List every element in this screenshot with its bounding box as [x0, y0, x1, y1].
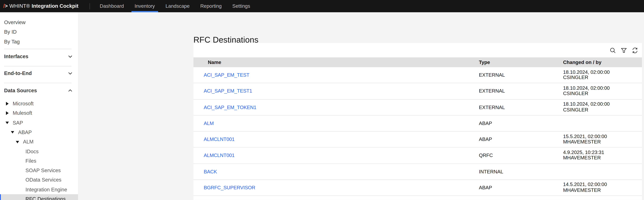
- destination-link[interactable]: ALMCLNT001: [204, 136, 234, 142]
- top-bar: />WHINT®Integration Cockpit Dashboard In…: [0, 0, 644, 12]
- type-cell: QRFC: [479, 153, 563, 158]
- destination-link[interactable]: BACK: [204, 169, 217, 175]
- section-label: Data Sources: [4, 88, 37, 94]
- changed-on: 4.9.2025, 10:23:31: [563, 150, 642, 156]
- changed-cell: 15.5.2021, 02:00:00 MHAVEMESTER: [563, 134, 642, 145]
- tree-label: RFC Destinations: [26, 196, 66, 200]
- tree-item-soap-services[interactable]: SOAP Services: [0, 166, 78, 175]
- tree-item-odata-services[interactable]: OData Services: [0, 175, 78, 185]
- tree-item-integration-engine[interactable]: Integration Engine: [0, 185, 78, 194]
- sidebar-item-by-tag[interactable]: By Tag: [0, 37, 78, 47]
- app-logo: />WHINT®Integration Cockpit: [3, 3, 78, 9]
- tree-item-sap[interactable]: SAP: [0, 118, 78, 127]
- destination-link[interactable]: ACI_SAP_EM_TEST1: [204, 88, 252, 94]
- tree-item-rfc-destinations[interactable]: RFC Destinations: [0, 194, 78, 200]
- changed-cell: 18.10.2024, 02:00:00 CSINGLER: [563, 70, 642, 81]
- changed-by: CSINGLER: [563, 91, 642, 97]
- refresh-icon[interactable]: [632, 47, 638, 53]
- tree-label: SAP: [13, 120, 23, 126]
- column-header-type: Type: [479, 59, 563, 65]
- table-row-partial: [194, 196, 642, 200]
- nav-item-landscape[interactable]: Landscape: [160, 0, 195, 12]
- changed-cell: 18.10.2024, 02:00:00 CSINGLER: [563, 86, 642, 97]
- section-label: End-to-End: [4, 71, 32, 77]
- tree-item-files[interactable]: Files: [0, 156, 78, 166]
- nav-item-dashboard[interactable]: Dashboard: [94, 0, 129, 12]
- type-cell: EXTERNAL: [479, 88, 563, 94]
- sidebar: Overview By ID By Tag Interfaces End-to-…: [0, 12, 78, 200]
- tree-item-mulesoft[interactable]: Mulesoft: [0, 108, 78, 118]
- changed-by: MHAVEMESTER: [563, 156, 642, 161]
- destination-link[interactable]: ALMCLNT001: [204, 153, 234, 158]
- tree-label: SOAP Services: [26, 168, 61, 174]
- caret-down-icon[interactable]: [11, 130, 14, 134]
- tree-label: OData Services: [26, 177, 62, 183]
- tree-item-abap[interactable]: ABAP: [0, 127, 78, 137]
- caret-down-icon[interactable]: [16, 140, 20, 144]
- nav-item-inventory[interactable]: Inventory: [129, 0, 160, 12]
- active-underline: [131, 11, 158, 12]
- name-cell: ALM: [194, 120, 479, 126]
- app-window: />WHINT®Integration Cockpit Dashboard In…: [0, 0, 644, 200]
- chevron-down-icon: [68, 55, 72, 58]
- sidebar-item-overview[interactable]: Overview: [0, 18, 78, 27]
- nav-item-settings[interactable]: Settings: [227, 0, 256, 12]
- table-row: ALM ABAP: [194, 115, 642, 132]
- caret-right-icon[interactable]: [5, 102, 9, 106]
- brand-name: WHINT®: [10, 3, 30, 9]
- changed-on: 18.10.2024, 02:00:00: [563, 70, 642, 75]
- caret-down-icon[interactable]: [5, 121, 9, 125]
- table-row: ALMCLNT001 ABAP 15.5.2021, 02:00:00 MHAV…: [194, 132, 642, 148]
- tree-label: Microsoft: [13, 101, 34, 107]
- caret-right-icon[interactable]: [5, 111, 9, 115]
- table-row: BGRFC_SUPERVISOR ABAP 14.5.2021, 02:00:0…: [194, 180, 642, 196]
- search-icon[interactable]: [610, 47, 616, 53]
- topbar-divider: [90, 3, 90, 9]
- type-cell: ABAP: [479, 120, 563, 126]
- type-cell: EXTERNAL: [479, 104, 563, 110]
- sidebar-section-interfaces[interactable]: Interfaces: [0, 49, 78, 64]
- changed-by: MHAVEMESTER: [563, 139, 642, 145]
- sidebar-item-by-id[interactable]: By ID: [0, 27, 78, 37]
- nav-label: Reporting: [200, 3, 222, 9]
- type-cell: ABAP: [479, 185, 563, 191]
- tree-item-microsoft[interactable]: Microsoft: [0, 99, 78, 108]
- changed-by: MHAVEMESTER: [563, 188, 642, 193]
- name-cell: BGRFC_SUPERVISOR: [194, 185, 479, 191]
- destination-link[interactable]: ALM: [204, 120, 214, 126]
- tree-label: Files: [26, 158, 36, 164]
- table-toolbar: [194, 43, 642, 57]
- tree-label: Integration Engine: [26, 187, 67, 193]
- tree-item-alm[interactable]: ALM: [0, 137, 78, 147]
- section-label: Interfaces: [4, 54, 28, 59]
- type-cell: EXTERNAL: [479, 72, 563, 78]
- nav-item-reporting[interactable]: Reporting: [195, 0, 227, 12]
- tree-label: ABAP: [18, 129, 32, 135]
- filter-icon[interactable]: [620, 47, 627, 53]
- table-row: ACI_SAP_EM_TEST1 EXTERNAL 18.10.2024, 02…: [194, 83, 642, 100]
- changed-by: CSINGLER: [563, 107, 642, 113]
- name-cell: ALMCLNT001: [194, 153, 479, 158]
- chevron-up-icon: [68, 89, 72, 92]
- nav-label: Landscape: [166, 3, 190, 9]
- changed-on: 14.5.2021, 02:00:00: [563, 182, 642, 188]
- changed-by: CSINGLER: [563, 75, 642, 81]
- sidebar-section-data-sources[interactable]: Data Sources: [0, 83, 78, 98]
- tree-label: ALM: [23, 139, 34, 145]
- product-name: Integration Cockpit: [32, 3, 78, 9]
- nav-label: Dashboard: [100, 3, 124, 9]
- table-row: ACI_SAP_EM_TEST EXTERNAL 18.10.2024, 02:…: [194, 67, 642, 83]
- chevron-down-icon: [68, 72, 72, 75]
- tree-item-idocs[interactable]: IDocs: [0, 147, 78, 156]
- destination-link[interactable]: ACI_SAP_EM_TEST: [204, 72, 249, 78]
- type-cell: ABAP: [479, 136, 563, 142]
- column-header-name: Name: [194, 59, 479, 65]
- changed-cell: 18.10.2024, 02:00:00 CSINGLER: [563, 102, 642, 113]
- destination-link[interactable]: BGRFC_SUPERVISOR: [204, 185, 255, 191]
- nav-label: Inventory: [134, 3, 155, 9]
- destination-link[interactable]: ACI_SAP_EM_TOKEN1: [204, 104, 256, 110]
- sidebar-section-end-to-end[interactable]: End-to-End: [0, 66, 78, 81]
- name-cell: ACI_SAP_EM_TEST1: [194, 88, 479, 94]
- table-header-row: Name Type Changed on / by: [194, 57, 642, 67]
- rfc-destinations-table-card: Name Type Changed on / by ACI_SAP_EM_TES…: [194, 43, 642, 200]
